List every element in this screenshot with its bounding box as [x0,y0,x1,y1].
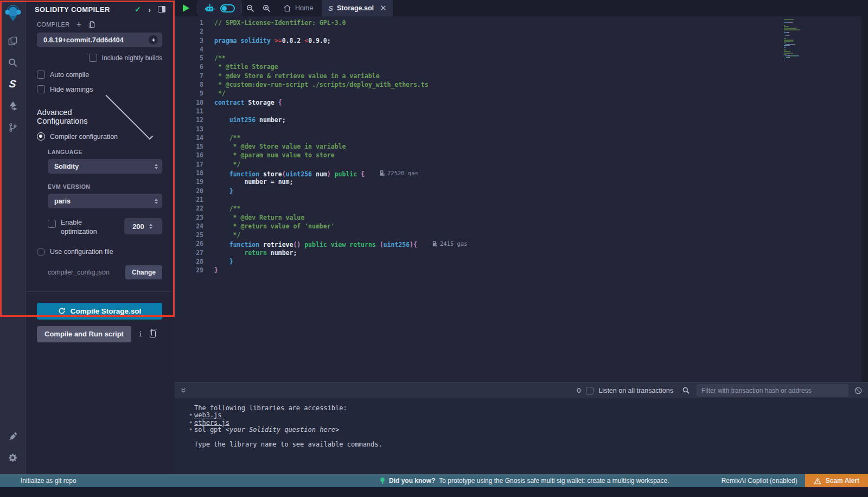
settings-gear-icon[interactable] [0,447,26,469]
git-init-button[interactable]: Initialize as git repo [21,477,76,485]
hide-warnings-checkbox[interactable] [37,85,45,93]
compile-and-run-button[interactable]: Compile and Run script [37,326,131,342]
code-line[interactable]: 24 * @return value of 'number' [175,222,861,231]
code-line[interactable]: 29} [175,266,861,275]
git-icon[interactable] [0,117,26,138]
listen-transactions-checkbox[interactable] [586,387,593,394]
terminal: 0 Listen on all transactions The followi… [175,382,868,474]
code-line[interactable]: 21 [175,195,861,204]
code-line[interactable]: 13 [175,125,861,133]
code-line[interactable]: 16 * @param num value to store [175,151,861,160]
code-line[interactable]: 1// SPDX-License-Identifier: GPL-3.0 [175,18,861,27]
scam-alert-badge[interactable]: Scam Alert [805,474,868,487]
code-line[interactable]: 2 [175,27,861,36]
compiler-configuration-radio[interactable] [37,132,45,141]
zoom-out-icon[interactable] [242,0,258,16]
runs-stepper-icon[interactable] [149,224,152,229]
advanced-configurations-toggle[interactable]: Advanced Configurations [37,108,162,125]
terminal-output: The following libraries are accessible:•… [175,398,868,448]
editor-scrollbar[interactable] [861,16,868,382]
terminal-link-line[interactable]: •ethers.js [194,419,868,426]
pin-panel-chevron-icon[interactable]: › [148,5,151,14]
code-line[interactable]: 23 * @dev Return value [175,213,861,222]
code-line[interactable]: 14 /** [175,133,861,142]
compiler-label: COMPILER [37,21,70,28]
copy-icon[interactable] [150,330,156,337]
change-config-button[interactable]: Change [125,265,162,279]
optimization-runs-field [124,218,162,234]
editor-topbar: Home S Storage.sol ✕ [175,0,868,16]
transaction-filter-input[interactable] [697,384,848,397]
code-line[interactable]: 15 * @dev Store value in variable [175,142,861,151]
terminal-prompt[interactable]: > [159,456,868,464]
home-icon [283,4,291,12]
use-configuration-file-radio[interactable] [37,248,45,256]
clear-terminal-icon[interactable] [854,386,863,395]
code-line[interactable]: 19 number = num; [175,177,861,186]
file-explorer-icon[interactable] [0,30,26,52]
terminal-link-line[interactable]: •web3.js [194,412,868,419]
code-line[interactable]: 12 uint256 number; [175,116,861,124]
code-line[interactable]: 5/** [175,54,861,62]
compile-button[interactable]: Compile Storage.sol [37,303,162,320]
enable-optimization-label: Enable optimization [61,218,111,237]
nightly-builds-label: Include nightly builds [102,54,162,62]
panel-divider [26,291,175,292]
copilot-toggle[interactable] [220,4,235,12]
compile-success-check-icon: ✓ [135,5,141,14]
code-line[interactable]: 7 * @dev Store & retrieve value in a var… [175,72,861,80]
code-editor[interactable]: 1// SPDX-License-Identifier: GPL-3.023pr… [175,16,861,382]
copilot-robot-icon[interactable] [205,4,215,13]
add-compiler-icon[interactable]: + [76,20,81,29]
open-compiler-file-icon[interactable] [88,21,95,28]
terminal-text-line: The following libraries are accessible: [194,405,868,412]
optimization-runs-input[interactable] [127,222,149,231]
code-line[interactable]: 11 [175,107,861,116]
collapse-terminal-icon[interactable] [180,387,187,394]
search-icon[interactable] [0,52,26,73]
code-line[interactable]: 6 * @title Storage [175,62,861,71]
auto-compile-checkbox[interactable] [37,71,45,79]
status-bar: Initialize as git repo Did you know? To … [0,474,868,487]
refresh-icon [58,307,66,315]
plugin-manager-icon[interactable] [0,425,26,447]
language-stepper-icon [155,164,158,169]
code-line[interactable]: 10contract Storage { [175,98,861,107]
compiler-configuration-label: Compiler configuration [50,133,118,141]
minimap[interactable] [784,19,832,61]
terminal-search-icon[interactable] [682,386,690,394]
solidity-compiler-panel: SOLIDITY COMPILER ✓ › COMPILER + 0.8.19+… [26,0,175,474]
active-plugin-indicator [0,77,2,91]
code-line[interactable]: 17 */ [175,160,861,169]
zoom-in-icon[interactable] [258,0,275,16]
info-icon[interactable]: i [138,330,143,338]
code-line[interactable]: 9 */ [175,89,861,98]
code-line[interactable]: 3pragma solidity >=0.8.2 <0.9.0; [175,36,861,45]
tab-home[interactable]: Home [275,0,322,16]
layout-panel-icon[interactable] [158,6,165,12]
compiler-version-select[interactable]: 0.8.19+commit.7dd6d404 [37,33,162,47]
evm-version-select[interactable]: paris [48,194,162,208]
tab-storage-sol[interactable]: S Storage.sol ✕ [322,0,392,16]
code-line[interactable]: 22 /** [175,204,861,213]
remix-logo-icon[interactable] [3,3,23,23]
nightly-builds-checkbox[interactable] [89,54,97,62]
remix-ide-window: S SOLIDITY COMPILER ✓ › [0,0,868,497]
code-line[interactable]: 28 } [175,257,861,266]
language-label: LANGUAGE [48,149,162,155]
close-tab-icon[interactable]: ✕ [380,3,387,13]
solidity-compiler-icon[interactable]: S [0,73,26,95]
code-line[interactable]: 25 */ [175,231,861,239]
run-script-play-button[interactable] [175,0,197,16]
code-line[interactable]: 20 } [175,187,861,195]
code-line[interactable]: 4 [175,45,861,54]
activity-bar: S [0,0,26,474]
code-line[interactable]: 27 return number; [175,248,861,257]
code-line[interactable]: 26 function retrieve() public view retur… [175,239,861,248]
enable-optimization-checkbox[interactable] [48,220,56,228]
language-select[interactable]: Solidity [48,159,162,174]
code-line[interactable]: 8 * @custom:dev-run-script ./scripts/dep… [175,80,861,89]
gas-estimate-badge: 2415 gas [432,239,468,248]
code-line[interactable]: 18 function store(uint256 num) public {2… [175,169,861,177]
deploy-run-icon[interactable] [0,95,26,117]
